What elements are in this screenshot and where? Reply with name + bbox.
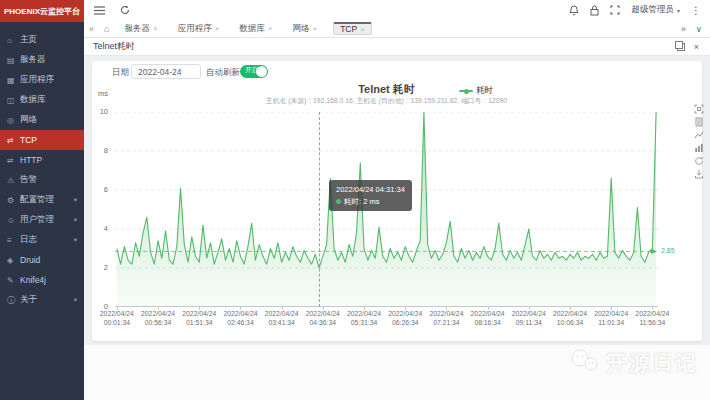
panel-title: Telnet耗时 [93, 40, 135, 53]
sidebar-item-network[interactable]: ◎网络 [0, 110, 84, 130]
chart-tooltip: 2022/04/24 04:31:34 耗时: 2 ms [329, 180, 412, 211]
sidebar: PHOENIX云监控平台 ⌂主页▤服务器▦应用程序◫数据库◎网络⇄TCP⇌HTT… [0, 0, 84, 400]
x-tick-date: 2022/04/24 [624, 310, 680, 319]
sidebar-item-tcp[interactable]: ⇄TCP [0, 130, 84, 150]
sidebar-item-http[interactable]: ⇌HTTP [0, 150, 84, 170]
y-axis-tick: 10 [82, 107, 108, 116]
restore-icon[interactable] [693, 155, 704, 166]
tab-close-icon[interactable]: × [153, 24, 158, 33]
sidebar-item-label: 日志 [20, 234, 37, 246]
tab-database[interactable]: 数据库× [235, 22, 276, 36]
fullscreen-icon[interactable] [610, 5, 620, 15]
sidebar-item-label: TCP [20, 135, 37, 145]
refresh-icon[interactable] [120, 5, 130, 15]
y-axis-unit: ms [82, 89, 108, 98]
sidebar-item-config-management[interactable]: ⚙配置管理▾ [0, 190, 84, 210]
sidebar-item-logs[interactable]: ≡日志▾ [0, 230, 84, 250]
save-image-icon[interactable] [693, 168, 704, 179]
chevron-down-icon: ▾ [74, 296, 77, 304]
date-label: 日期 [112, 67, 129, 79]
legend-line-icon [459, 90, 473, 92]
y-axis-tick: 6 [82, 185, 108, 194]
watermark-text: 开源日记 [606, 349, 698, 377]
tabbar: « ⌂ 服务器×应用程序×数据库×网络×TCP× » ∨ [84, 20, 710, 38]
database-icon: ◫ [7, 96, 20, 105]
chevron-down-icon: ▾ [677, 7, 680, 14]
tab-tcp[interactable]: TCP× [333, 22, 372, 35]
x-tick-mark [117, 307, 118, 310]
close-icon[interactable]: × [694, 42, 699, 52]
tab-close-icon[interactable]: × [268, 24, 273, 33]
sidebar-item-label: 数据库 [20, 94, 46, 106]
topbar-right: 超级管理员 ▾ ⋮ [569, 4, 710, 16]
sidebar-item-alarm[interactable]: ⚠告警 [0, 170, 84, 190]
phoenix-monitoring-app: PHOENIX云监控平台 ⌂主页▤服务器▦应用程序◫数据库◎网络⇄TCP⇌HTT… [0, 0, 710, 400]
line-chart-icon[interactable] [693, 129, 704, 140]
tab-label: TCP [340, 24, 357, 34]
sidebar-item-druid[interactable]: ◈Druid [0, 250, 84, 270]
auto-refresh-toggle[interactable]: 开启 [240, 65, 268, 78]
user-icon: ☺ [7, 216, 20, 225]
lock-icon[interactable] [590, 5, 599, 16]
tab-close-icon[interactable]: × [215, 24, 220, 33]
x-tick-mark [323, 307, 324, 310]
sidebar-item-about[interactable]: ⓘ关于▾ [0, 290, 84, 310]
sidebar-item-knife4j[interactable]: ✎Knife4j [0, 270, 84, 290]
date-input[interactable] [131, 64, 201, 79]
x-tick-mark [446, 307, 447, 310]
more-vertical-icon[interactable]: ⋮ [691, 5, 701, 16]
chevron-down-icon: ▾ [74, 196, 77, 204]
sidebar-item-database[interactable]: ◫数据库 [0, 90, 84, 110]
menu-collapse-icon[interactable] [94, 6, 105, 15]
gear-icon: ⚙ [7, 196, 20, 205]
tabs-scroll-left-icon[interactable]: « [84, 24, 99, 34]
sidebar-item-label: 主页 [20, 34, 37, 46]
sidebar-item-label: 用户管理 [20, 214, 54, 226]
user-name: 超级管理员 [631, 4, 674, 16]
tcp-icon: ⇄ [7, 136, 20, 145]
sidebar-menu: ⌂主页▤服务器▦应用程序◫数据库◎网络⇄TCP⇌HTTP⚠告警⚙配置管理▾☺用户… [0, 22, 84, 310]
bell-icon[interactable] [569, 5, 579, 16]
x-axis-tick: 2022/04/2411:56:34 [624, 310, 680, 328]
x-tick-mark [488, 307, 489, 310]
sidebar-item-label: Druid [20, 255, 40, 265]
sidebar-item-home[interactable]: ⌂主页 [0, 30, 84, 50]
tabs-collapse-icon[interactable]: ∨ [696, 24, 702, 34]
tabs-scroll-right-icon[interactable]: » [681, 24, 686, 34]
legend-item[interactable]: 耗时 [459, 85, 493, 97]
x-tick-mark [282, 307, 283, 310]
y-axis-tick: 2 [82, 263, 108, 272]
tabbar-right: » ∨ [681, 24, 710, 34]
x-tick-mark [199, 307, 200, 310]
tab-application[interactable]: 应用程序× [174, 22, 224, 36]
auto-refresh-label: 自动刷新 [206, 67, 240, 79]
user-menu[interactable]: 超级管理员 ▾ [631, 4, 680, 16]
x-tick-mark [364, 307, 365, 310]
watermark: 开源日记 [570, 349, 698, 377]
knife4j-icon: ✎ [7, 276, 20, 285]
tab-home[interactable]: ⌂ [99, 24, 114, 34]
server-icon: ▤ [7, 56, 20, 65]
data-view-icon[interactable] [693, 116, 704, 127]
sidebar-item-application[interactable]: ▦应用程序 [0, 70, 84, 90]
chevron-down-icon: ▾ [74, 216, 77, 224]
tab-label: 应用程序 [178, 23, 212, 35]
log-icon: ≡ [7, 236, 20, 245]
info-icon: ⓘ [7, 295, 20, 306]
x-tick-mark [405, 307, 406, 310]
box-select-icon[interactable] [693, 103, 704, 114]
bar-chart-icon[interactable] [693, 142, 704, 153]
x-tick-mark [158, 307, 159, 310]
tab-network[interactable]: 网络× [288, 22, 321, 36]
chevron-down-icon: ▾ [74, 236, 77, 244]
tab-close-icon[interactable]: × [312, 24, 317, 33]
tab-server[interactable]: 服务器× [120, 22, 161, 36]
sidebar-item-user-management[interactable]: ☺用户管理▾ [0, 210, 84, 230]
restore-window-icon[interactable] [677, 43, 685, 51]
sidebar-item-server[interactable]: ▤服务器 [0, 50, 84, 70]
tab-label: 网络 [292, 23, 309, 35]
tooltip-value: 耗时: 2 ms [344, 197, 379, 206]
toggle-knob [256, 66, 267, 77]
tab-close-icon[interactable]: × [360, 25, 365, 34]
sidebar-item-label: Knife4j [20, 275, 46, 285]
